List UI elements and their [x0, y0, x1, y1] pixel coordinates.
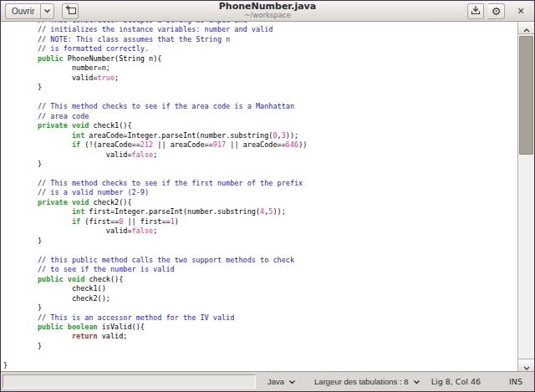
cursor-position: Lig 8, Col 46	[431, 377, 481, 386]
close-button[interactable]: ×	[512, 3, 530, 20]
code-line	[3, 93, 517, 102]
open-button[interactable]: Ouvrir	[5, 3, 40, 19]
code-line: private void check2(){	[3, 198, 517, 207]
code-line: public PhoneNumber(String n){	[3, 54, 517, 64]
code-line: private void check1(){	[3, 121, 517, 130]
gear-icon: ⚙	[492, 6, 502, 17]
code-line: check2();	[3, 294, 517, 303]
new-document-button[interactable]	[62, 3, 79, 19]
window-subtitle: ~/workspace	[1, 12, 534, 19]
code-line: check1()	[3, 284, 517, 293]
vertical-scrollbar[interactable]	[517, 22, 534, 371]
tab-new-icon	[65, 5, 76, 17]
code-line: valid=true;	[3, 74, 517, 83]
scrollbar-track[interactable]	[518, 34, 534, 359]
insert-mode-indicator: INS	[509, 377, 522, 386]
window-title: PhoneNumber.java	[1, 2, 534, 12]
code-line: // this public method calls the two supp…	[3, 256, 517, 265]
chevron-down-icon	[43, 8, 51, 13]
code-line: // NOTE: This class assumes that the Str…	[3, 35, 517, 44]
editor-area: // This constructor accepts a String as …	[1, 22, 534, 371]
scrollbar-thumb[interactable]	[519, 36, 533, 155]
code-line: number=n;	[3, 64, 517, 73]
code-line: int areaCode=Integer.parseInt(number.sub…	[3, 131, 517, 140]
gedit-window: Ouvrir PhoneNumber.java ~/workspace	[0, 0, 535, 392]
statusbar: Java Largeur des tabulations : 8 Lig 8, …	[1, 371, 534, 391]
code-line: // initializes the instance variables: n…	[3, 25, 517, 34]
save-icon	[471, 5, 481, 17]
language-selector[interactable]: Java	[268, 377, 296, 386]
chevron-down-icon	[523, 358, 530, 372]
code-line: }	[3, 342, 517, 351]
headerbar: Ouvrir PhoneNumber.java ~/workspace	[1, 1, 534, 22]
code-line: // to see if the number is valid	[3, 265, 517, 274]
chevron-down-icon	[413, 379, 420, 384]
headerbar-left: Ouvrir	[5, 3, 79, 19]
tab-width-selector[interactable]: Largeur des tabulations : 8	[314, 377, 420, 386]
code-line: // is a valid number (2-9)	[3, 188, 517, 197]
code-line: }	[3, 361, 517, 370]
code-line: }	[3, 160, 517, 169]
language-label: Java	[268, 377, 284, 386]
code-line: }	[3, 83, 517, 92]
code-line: public boolean isValid(){	[3, 323, 517, 332]
code-line	[3, 170, 517, 179]
tab-width-label: Largeur des tabulations : 8	[314, 377, 409, 386]
code-line: if (first==0 || first==1)	[3, 217, 517, 227]
code-line: return valid;	[3, 332, 517, 341]
scroll-down-button[interactable]	[518, 359, 534, 371]
code-line	[3, 246, 517, 255]
code-line: // area code	[3, 112, 517, 121]
code-line: }	[3, 303, 517, 313]
code-line: // This method checks to see if the area…	[3, 102, 517, 111]
chevron-down-icon	[288, 379, 296, 384]
code-line: public void check(){	[3, 275, 517, 284]
statusbar-message-area	[3, 374, 256, 389]
code-line: }	[3, 237, 517, 246]
save-button[interactable]	[467, 3, 484, 19]
scroll-up-button[interactable]	[518, 22, 534, 34]
code-line: int first=Integer.parseInt(number.substr…	[3, 207, 517, 216]
headerbar-title-area: PhoneNumber.java ~/workspace	[1, 2, 534, 19]
code-line: if (!(areaCode==212 || areaCode==917 || …	[3, 140, 517, 150]
headerbar-right: ⚙ ×	[467, 3, 530, 20]
open-dropdown-button[interactable]	[40, 3, 54, 19]
code-line: valid=false;	[3, 150, 517, 160]
code-line: // This is an accessor method for the IV…	[3, 313, 517, 323]
close-icon: ×	[517, 4, 524, 18]
menu-button[interactable]: ⚙	[488, 3, 505, 19]
code-editor[interactable]: // This constructor accepts a String as …	[1, 22, 517, 371]
code-line: // is formatted correctly.	[3, 44, 517, 53]
code-line: valid=false;	[3, 227, 517, 236]
code-line	[3, 351, 517, 360]
code-line: // This method checks to see if the firs…	[3, 179, 517, 188]
